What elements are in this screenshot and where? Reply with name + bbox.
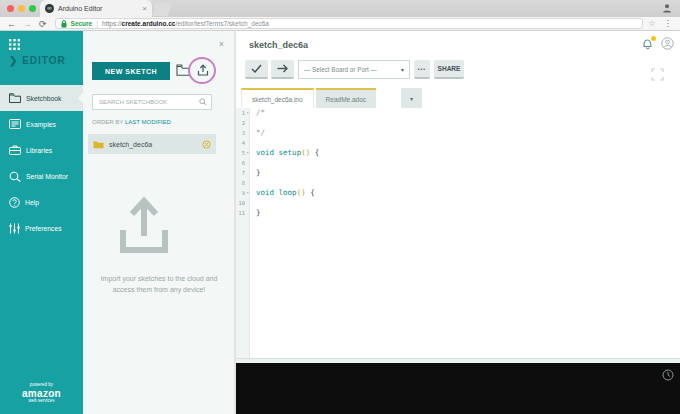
gutter-line: 9▾ [236,188,249,198]
url-scheme: https:// [102,20,122,27]
line-number: 1 [242,110,245,116]
browser-profile-icon[interactable] [662,3,672,13]
fold-caret-icon[interactable]: ▾ [247,108,249,118]
sidebar-item-examples[interactable]: Examples [0,111,83,137]
import-highlight-ring [188,57,216,84]
code-line [256,198,680,208]
address-bar[interactable]: Secure | https://create.arduino.cc/edito… [55,18,643,29]
code-token: () [301,148,310,157]
line-number: 4 [242,140,245,146]
search-icon [199,98,207,106]
forward-icon[interactable]: → [23,19,32,29]
code-token: */ [256,128,265,137]
sidebar-item-help[interactable]: Help [0,189,83,215]
sidebar-item-label: Libraries [26,147,52,154]
code-body[interactable]: /**/void setup() {}void loop() {} [250,108,680,358]
code-token: { [310,148,319,157]
secure-label: Secure [71,20,93,27]
sketch-options-gear-icon[interactable] [202,140,211,149]
tabs-dropdown-button[interactable]: ▾ [401,88,422,108]
new-tab-button[interactable] [152,3,172,16]
code-token: void [256,148,279,157]
sidebar-item-serial-monitor[interactable]: Serial Monitor [0,163,83,189]
sidebar-item-sketchbook[interactable]: Sketchbook [0,85,83,111]
panel-close-icon[interactable]: × [219,39,224,49]
line-number: 2 [242,120,245,126]
url-path: /editor/testTerms7/sketch_dec6a [175,20,269,27]
gutter-line: 8 [236,178,249,188]
code-token: loop [279,188,297,197]
sidebar-item-label: Help [25,199,39,206]
window-close-button[interactable] [7,5,14,12]
code-token: } [256,208,261,217]
code-token: () [297,188,306,197]
url-text: https://create.arduino.cc/editor/testTer… [102,20,269,27]
browser-tabstrip: ∞ Arduino Editor × [0,0,680,17]
back-icon[interactable]: ← [7,19,16,29]
libraries-icon [9,145,21,155]
verify-button[interactable] [245,60,268,79]
search-sketchbook-input[interactable] [97,98,196,106]
browser-menu-icon[interactable]: ⋮ [664,19,672,28]
sketch-list: sketch_dec6a [88,134,216,154]
sidebar-item-libraries[interactable]: Libraries [0,137,83,163]
fullscreen-expand-icon[interactable] [651,68,664,81]
line-number: 7 [242,170,245,176]
code-token: void [256,188,279,197]
board-port-select[interactable]: — Select Board or Port — ▾ [298,60,410,79]
upload-button[interactable] [271,60,294,79]
serial-monitor-icon [9,171,21,182]
sidebar-item-label: Examples [26,121,56,128]
fold-caret-icon[interactable]: ▾ [247,148,249,158]
sidebar-item-label: Sketchbook [26,95,62,102]
browser-navbar: ← → ⟳ Secure | https://create.arduino.cc… [0,17,680,31]
code-line [256,158,680,168]
window-zoom-button[interactable] [29,5,36,12]
code-line: void loop() { [256,188,680,198]
line-number: 10 [238,200,245,206]
code-line [256,118,680,128]
window-minimize-button[interactable] [18,5,25,12]
import-hint-text: Import your sketches to the cloud and ac… [90,274,228,295]
sketch-list-item[interactable]: sketch_dec6a [88,134,216,154]
account-user-icon[interactable] [661,37,674,50]
tab-readme-adoc[interactable]: ReadMe.adoc [316,88,376,108]
aws-logo: powered by amazon web services [0,383,83,404]
more-options-button[interactable]: ••• [414,60,430,79]
line-number-gutter: 1▾2345▾6789▾1011 [236,108,250,358]
notification-badge [651,36,656,41]
new-sketch-button[interactable]: NEW SKETCH [92,62,170,80]
code-token: /* [256,108,265,117]
editor-main: sketch_dec6a [235,31,680,414]
console-history-clock-icon[interactable] [662,369,674,381]
bookmark-star-icon[interactable]: ☆ [649,19,656,28]
arduino-favicon: ∞ [45,4,54,13]
aws-sub: web services [0,399,83,404]
gutter-line: 10 [236,198,249,208]
sketch-title: sketch_dec6a [249,40,308,50]
arduino-editor-app: ❯ EDITOR SketchbookExamplesLibrariesSeri… [0,31,680,414]
code-editor[interactable]: 1▾2345▾6789▾1011 /**/void setup() {}void… [236,108,680,358]
editor-tabs: sketch_dec6a.inoReadMe.adoc [241,88,376,108]
fold-caret-icon[interactable]: ▾ [247,188,249,198]
line-number: 3 [242,130,245,136]
apps-grid-icon[interactable] [9,39,20,50]
line-number: 11 [238,210,245,216]
code-line: /* [256,108,680,118]
gutter-line: 6 [236,158,249,168]
browser-tab[interactable]: ∞ Arduino Editor × [40,0,152,17]
sidebar: ❯ EDITOR SketchbookExamplesLibrariesSeri… [0,31,83,414]
code-line: } [256,208,680,218]
reload-icon[interactable]: ⟳ [39,19,47,29]
preferences-icon [9,223,20,234]
sidebar-menu: SketchbookExamplesLibrariesSerial Monito… [0,85,83,241]
tab-sketch-dec6a-ino[interactable]: sketch_dec6a.ino [241,88,314,108]
tab-label: sketch_dec6a.ino [252,96,303,103]
folder-yellow-icon [93,140,104,149]
tab-close-icon[interactable]: × [142,4,147,13]
lock-icon [61,20,67,28]
order-by-value[interactable]: LAST MODIFIED [125,119,171,125]
share-button[interactable]: SHARE [434,60,464,79]
gutter-line: 5▾ [236,148,249,158]
sidebar-item-preferences[interactable]: Preferences [0,215,83,241]
